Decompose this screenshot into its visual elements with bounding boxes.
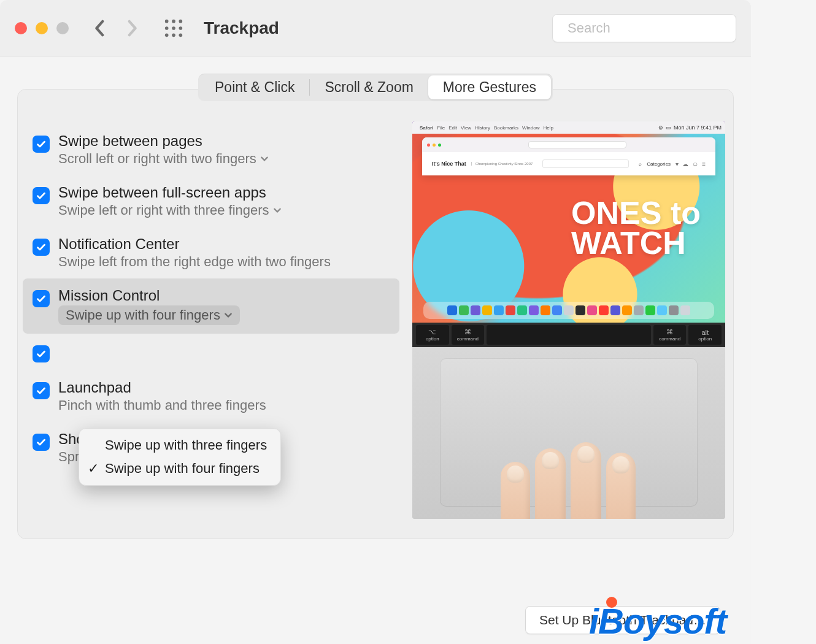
checkmark-icon: [36, 139, 47, 150]
svg-point-7: [172, 33, 175, 37]
svg-point-2: [179, 19, 183, 23]
svg-point-3: [165, 26, 169, 30]
preview-frame: Safari File Edit View History Bookmarks …: [412, 121, 725, 519]
option-subtitle: Pinch with thumb and three fingers: [58, 397, 266, 413]
svg-point-1: [172, 19, 175, 23]
option-subtitle-select[interactable]: Swipe up with four fingers: [58, 305, 240, 325]
dropdown-item-four-fingers[interactable]: ✓ Swipe up with four fingers: [79, 457, 280, 480]
chevron-down-icon: [273, 206, 282, 215]
spacebar-key: [487, 325, 651, 345]
checkmark-icon: ✓: [88, 461, 99, 477]
checkmark-icon: [36, 437, 47, 448]
mission-control-dropdown: Swipe up with three fingers ✓ Swipe up w…: [79, 428, 281, 486]
preview-keyboard: ⌥option ⌘command ⌘command altoption: [412, 323, 725, 347]
option-subtitle-select[interactable]: Scroll left or right with two fingers: [58, 151, 269, 167]
settings-panel: Swipe between pages Scroll left or right…: [17, 89, 734, 539]
search-input[interactable]: [568, 20, 736, 36]
close-window-button[interactable]: [15, 22, 27, 34]
option-title: Notification Center: [58, 236, 331, 253]
back-button[interactable]: [91, 19, 109, 37]
option-obscured: [23, 334, 399, 370]
option-launchpad: Launchpad Pinch with thumb and three fin…: [23, 370, 399, 422]
preview-trackpad-area: [412, 347, 725, 519]
preferences-window: Trackpad Point & Click Scroll & Zoom Mor…: [0, 0, 751, 644]
option-notification-center: Notification Center Swipe left from the …: [23, 227, 399, 278]
checkmark-icon: [36, 242, 47, 253]
option-title: Launchpad: [58, 379, 266, 396]
chevron-down-icon: [260, 155, 269, 163]
checkbox[interactable]: [33, 290, 50, 307]
tab-point-and-click[interactable]: Point & Click: [200, 75, 309, 99]
forward-button[interactable]: [123, 19, 141, 37]
tab-more-gestures[interactable]: More Gestures: [428, 75, 551, 99]
site-search: [542, 159, 629, 168]
checkmark-icon: [36, 190, 47, 201]
checkbox[interactable]: [33, 382, 50, 399]
window-title: Trackpad: [204, 18, 552, 38]
toolbar: Trackpad: [0, 0, 751, 56]
wifi-icon: ⊚: [658, 125, 663, 131]
minimize-window-button[interactable]: [36, 22, 48, 34]
footer: Set Up Bluetooth Trackpad…: [525, 606, 720, 634]
setup-bluetooth-trackpad-button[interactable]: Set Up Bluetooth Trackpad…: [525, 606, 720, 634]
option-mission-control: Mission Control Swipe up with four finge…: [23, 278, 399, 334]
tabs: Point & Click Scroll & Zoom More Gesture…: [0, 74, 751, 101]
checkbox[interactable]: [33, 187, 50, 204]
battery-icon: ▭: [666, 125, 671, 131]
checkbox[interactable]: [33, 345, 50, 362]
checkbox[interactable]: [33, 239, 50, 256]
site-logo: It's Nice That: [432, 161, 466, 167]
segmented-control: Point & Click Scroll & Zoom More Gesture…: [198, 74, 553, 101]
hand-illustration: [497, 451, 656, 519]
checkbox[interactable]: [33, 434, 50, 451]
preview-screen: Safari File Edit View History Bookmarks …: [412, 121, 725, 323]
address-bar: [528, 141, 626, 148]
option-swipe-fullscreen-apps: Swipe between full-screen apps Swipe lef…: [23, 175, 399, 227]
option-title: Swipe between pages: [58, 132, 269, 150]
search-icon: ⌕: [639, 161, 642, 167]
option-subtitle-select[interactable]: Swipe left or right with three fingers: [58, 202, 282, 218]
nav-buttons: [91, 19, 141, 37]
checkbox[interactable]: [33, 136, 50, 153]
checkmark-icon: [36, 293, 47, 304]
checkmark-icon: [36, 385, 47, 396]
option-swipe-between-pages: Swipe between pages Scroll left or right…: [23, 124, 399, 175]
preview-menubar: Safari File Edit View History Bookmarks …: [412, 121, 725, 134]
svg-point-6: [165, 33, 169, 37]
svg-point-8: [179, 33, 183, 37]
menubar-clock: Mon Jun 7 9:41 PM: [674, 125, 722, 131]
zoom-window-button[interactable]: [56, 22, 69, 34]
svg-point-5: [179, 26, 183, 30]
option-subtitle: Swipe left from the right edge with two …: [58, 254, 331, 270]
svg-point-4: [172, 26, 175, 30]
checkmark-icon: [36, 348, 47, 359]
svg-point-0: [165, 19, 169, 23]
traffic-lights: [15, 22, 69, 34]
gesture-preview: Safari File Edit View History Bookmarks …: [409, 119, 728, 519]
preview-wallpaper: It's Nice That Championing Creativity Si…: [412, 134, 725, 323]
tab-scroll-and-zoom[interactable]: Scroll & Zoom: [310, 75, 428, 99]
preview-browser-window: It's Nice That Championing Creativity Si…: [422, 137, 715, 175]
chevron-down-icon: [224, 311, 233, 320]
search-field[interactable]: [552, 14, 736, 42]
option-title: Swipe between full-screen apps: [58, 184, 282, 201]
option-title: Mission Control: [58, 287, 240, 304]
preview-headline: ONES to WATCH: [571, 198, 701, 259]
preview-dock: [423, 302, 714, 319]
dropdown-item-three-fingers[interactable]: Swipe up with three fingers: [79, 434, 280, 457]
grid-icon: [163, 18, 184, 39]
show-all-button[interactable]: [163, 18, 184, 39]
